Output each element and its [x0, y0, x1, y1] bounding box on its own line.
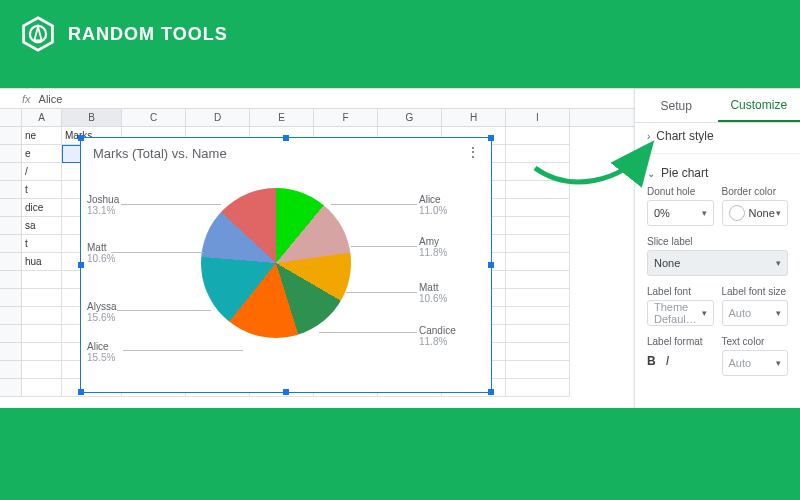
fx-label: fx [22, 93, 31, 105]
leader-line [123, 350, 243, 351]
cell[interactable]: / [22, 163, 62, 181]
resize-handle[interactable] [283, 135, 289, 141]
caret-down-icon: ▾ [776, 358, 781, 368]
col-header-C[interactable]: C [122, 109, 186, 126]
brand-header: RANDOM TOOLS [0, 0, 800, 68]
pie-area: Alice11.0% Amy11.8% Matt10.6% Candice11.… [81, 164, 491, 388]
col-header-F[interactable]: F [314, 109, 378, 126]
cell-A1[interactable]: ne [22, 127, 62, 145]
bold-button[interactable]: B [647, 354, 656, 368]
formula-value: Alice [39, 93, 63, 105]
label-size-label: Label font size [722, 286, 789, 297]
color-swatch-icon [729, 205, 745, 221]
pie-label: Alice15.5% [87, 341, 115, 363]
label-font-dropdown[interactable]: Theme Defaul…▾ [647, 300, 714, 326]
italic-button[interactable]: I [666, 354, 669, 368]
resize-handle[interactable] [78, 135, 84, 141]
svg-marker-0 [24, 18, 53, 50]
pie-chart [201, 188, 351, 338]
pie-label: Amy11.8% [419, 236, 447, 258]
pie-label: Candice11.8% [419, 325, 456, 347]
select-all-corner[interactable] [0, 109, 22, 126]
tab-customize[interactable]: Customize [718, 89, 801, 122]
leader-line [121, 204, 221, 205]
pie-label: Matt10.6% [87, 242, 115, 264]
spreadsheet-app: fx Alice A B C D E F G H I ne Marks e [0, 88, 800, 408]
col-header-A[interactable]: A [22, 109, 62, 126]
pie-label: Alice11.0% [419, 194, 447, 216]
caret-down-icon: ▾ [776, 258, 781, 268]
col-header-I[interactable]: I [506, 109, 570, 126]
pie-label: Alyssa15.6% [87, 301, 116, 323]
chart-title: Marks (Total) vs. Name [81, 138, 491, 161]
resize-handle[interactable] [283, 389, 289, 395]
section-pie-chart[interactable]: ⌄ Pie chart [647, 166, 788, 180]
cell[interactable]: sa [22, 217, 62, 235]
border-color-label: Border color [722, 186, 789, 197]
donut-hole-label: Donut hole [647, 186, 714, 197]
chart-editor-panel: Setup Customize › Chart style ⌄ Pie char… [634, 89, 800, 408]
label-format-label: Label format [647, 336, 714, 347]
label-format-buttons: B I [647, 350, 714, 368]
leader-line [346, 292, 417, 293]
col-header-G[interactable]: G [378, 109, 442, 126]
section-chart-style[interactable]: › Chart style [647, 129, 788, 143]
tab-setup[interactable]: Setup [635, 89, 718, 122]
caret-down-icon: ▾ [776, 308, 781, 318]
cell[interactable]: e [22, 145, 62, 163]
donut-hole-dropdown[interactable]: 0%▾ [647, 200, 714, 226]
leader-line [351, 246, 417, 247]
text-color-dropdown[interactable]: Auto▾ [722, 350, 789, 376]
leader-line [117, 310, 211, 311]
leader-line [331, 204, 417, 205]
leader-line [111, 252, 203, 253]
chevron-right-icon: › [647, 131, 650, 142]
col-header-B[interactable]: B [62, 109, 122, 126]
slice-label-label: Slice label [647, 236, 788, 247]
caret-down-icon: ▾ [702, 208, 707, 218]
slice-label-dropdown[interactable]: None▾ [647, 250, 788, 276]
text-color-label: Text color [722, 336, 789, 347]
resize-handle[interactable] [488, 389, 494, 395]
panel-tabs: Setup Customize [635, 89, 800, 123]
caret-down-icon: ▾ [702, 308, 707, 318]
cell[interactable]: t [22, 181, 62, 199]
label-size-dropdown[interactable]: Auto▾ [722, 300, 789, 326]
embedded-chart[interactable]: Marks (Total) vs. Name ⋮ Alice11.0% Amy1… [80, 137, 492, 393]
pie-label: Matt10.6% [419, 282, 447, 304]
border-color-dropdown[interactable]: None▾ [722, 200, 789, 226]
resize-handle[interactable] [78, 389, 84, 395]
cell[interactable]: hua [22, 253, 62, 271]
chart-more-icon[interactable]: ⋮ [466, 144, 481, 160]
label-font-label: Label font [647, 286, 714, 297]
brand-name: RANDOM TOOLS [68, 24, 228, 45]
pie-label: Joshua13.1% [87, 194, 119, 216]
cell[interactable]: dice [22, 199, 62, 217]
col-header-D[interactable]: D [186, 109, 250, 126]
col-header-E[interactable]: E [250, 109, 314, 126]
resize-handle[interactable] [488, 135, 494, 141]
cell[interactable]: t [22, 235, 62, 253]
brand-logo-icon [20, 16, 56, 52]
caret-down-icon: ▾ [776, 208, 781, 218]
chevron-down-icon: ⌄ [647, 168, 655, 179]
col-header-H[interactable]: H [442, 109, 506, 126]
leader-line [319, 332, 417, 333]
